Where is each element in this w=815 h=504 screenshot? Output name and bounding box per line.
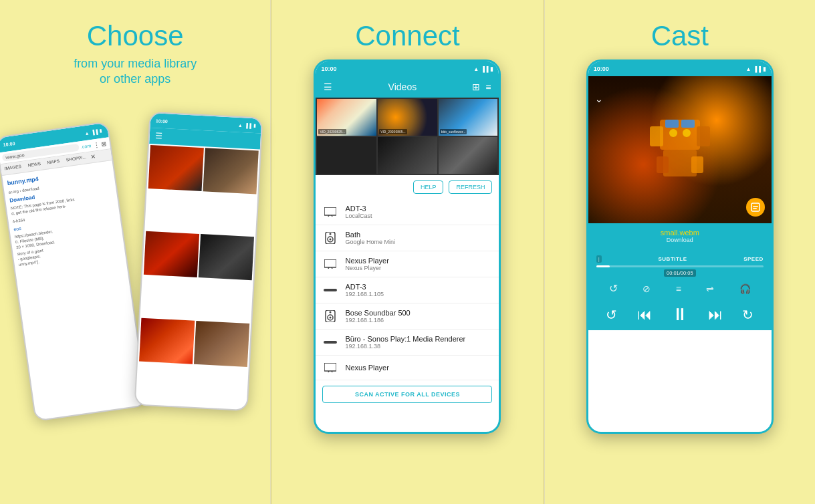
svg-rect-0 — [324, 207, 336, 215]
device-sub-3: Nexus Player — [345, 265, 491, 271]
svg-line-1 — [328, 215, 329, 217]
video-filename-1: VID_20200825... — [318, 129, 346, 134]
svg-point-27 — [669, 129, 677, 137]
subtitle-button[interactable]: SUBTITLE — [658, 256, 687, 262]
cast-info-area: small.webm Download — [588, 223, 772, 251]
device-item-5[interactable]: Bose Soundbar 500 192.168.1.186 — [316, 303, 499, 330]
speed-button[interactable]: SPEED — [743, 256, 764, 262]
choose-subtitle: from your media libraryor other apps — [74, 56, 197, 88]
video-thumb-5[interactable] — [378, 137, 437, 174]
gallery-cell-5 — [139, 318, 195, 364]
device-name-3: Nexus Player — [345, 257, 491, 265]
pause-button[interactable]: ⏸ — [671, 304, 689, 325]
grid-view-icon[interactable]: ⊞ — [472, 82, 480, 92]
device-item-2[interactable]: Bath Google Home Mini — [316, 225, 499, 251]
svg-point-14 — [330, 311, 332, 313]
svg-rect-30 — [753, 206, 758, 207]
browser-phone: 10:00 ▲ ▐▐ ▮ www.goo .com ⋮ ⊠ — [0, 121, 148, 421]
svg-point-13 — [330, 317, 332, 319]
video-thumb-4[interactable] — [317, 137, 376, 174]
device-name-7: Nexus Player — [345, 364, 491, 372]
cast-phone: 10:00 ▲ ▐▐ ▮ — [586, 59, 774, 434]
no-subs-icon[interactable]: ⊘ — [643, 283, 651, 294]
subtitle-control: | — [596, 255, 602, 263]
progress-bar-fill — [596, 265, 610, 267]
svg-point-28 — [683, 129, 691, 137]
prev-track-icon[interactable]: ⏮ — [637, 306, 652, 324]
video-thumb-2[interactable]: VID_20200805... — [378, 99, 437, 136]
robot-image — [640, 106, 720, 193]
video-thumb-3[interactable]: bbb_sunflower... — [439, 99, 498, 136]
video-thumb-6[interactable] — [439, 137, 498, 174]
svg-point-5 — [330, 239, 332, 241]
chevron-down-icon[interactable]: ⌄ — [595, 94, 603, 104]
videos-grid: VID_20200825... VID_20200805... bbb_sunf… — [316, 98, 499, 175]
progress-time: 00:01/00:05 — [596, 269, 764, 277]
refresh-button[interactable]: REFRESH — [449, 180, 492, 194]
next-track-icon[interactable]: ⏭ — [708, 306, 723, 324]
help-button[interactable]: HELP — [413, 180, 444, 194]
choose-phones: 10:00 ▲ ▐▐ ▮ www.goo .com ⋮ ⊠ — [21, 108, 249, 428]
connect-title: Connect — [355, 20, 459, 52]
headphone-icon[interactable]: 🎧 — [739, 283, 751, 294]
connect-phone-wrapper: 10:00 ▲ ▐▐ ▮ ☰ Videos ⊞ ≡ — [285, 59, 529, 434]
cast-filename: small.webm — [596, 229, 764, 237]
device-item-6[interactable]: Büro - Sonos Play:1 Media Renderer 192.1… — [316, 330, 499, 356]
seek-back-30-icon[interactable]: ↺ — [606, 307, 617, 323]
browser-content: bunny.mp4 er.org › download Download NOT… — [2, 160, 126, 274]
videos-title: Videos — [388, 82, 417, 92]
svg-rect-20 — [650, 126, 663, 146]
device-icon-tv-3 — [324, 361, 337, 374]
gallery-cell-6 — [194, 320, 249, 366]
scan-button[interactable]: SCAN ACTIVE FOR ALL DEVICES — [322, 386, 492, 403]
device-sub-6: 192.168.1.38 — [345, 343, 491, 350]
cast-status-bar: 10:00 ▲ ▐▐ ▮ — [588, 61, 772, 76]
gallery-time: 10:00 — [156, 118, 168, 124]
svg-rect-23 — [657, 156, 669, 173]
gallery-cell-2 — [203, 148, 259, 194]
cast-phone-wrapper: 10:00 ▲ ▐▐ ▮ — [558, 59, 802, 434]
cast-progress-area: | SUBTITLE SPEED 00:01/00:05 — [588, 251, 772, 279]
svg-line-9 — [332, 267, 332, 269]
rewind-icon[interactable]: ↺ — [609, 282, 618, 295]
shuffle-icon[interactable]: ⇌ — [706, 283, 714, 294]
svg-line-2 — [332, 215, 332, 217]
connect-hamburger-icon[interactable]: ☰ — [324, 82, 332, 92]
video-filename-2: VID_20200805... — [379, 129, 407, 134]
progress-bar[interactable] — [596, 265, 764, 267]
device-item-7[interactable]: Nexus Player — [316, 356, 499, 380]
svg-line-17 — [328, 371, 329, 372]
svg-point-6 — [330, 233, 332, 235]
hamburger-icon: ☰ — [155, 131, 163, 141]
connect-panel: Connect 10:00 ▲ ▐▐ ▮ ☰ Videos — [271, 0, 543, 504]
video-thumb-1[interactable]: VID_20200825... — [317, 99, 376, 136]
svg-rect-26 — [681, 120, 695, 128]
device-name-1: ADT-3 — [345, 205, 491, 213]
svg-rect-31 — [753, 208, 757, 209]
device-sub-1: LocalCast — [345, 213, 491, 219]
svg-line-18 — [332, 371, 332, 372]
device-sub-2: Google Home Mini — [345, 239, 491, 245]
cast-secondary-controls: ↺ ⊘ ≡ ⇌ 🎧 — [588, 279, 772, 299]
choose-title: Choose — [87, 20, 184, 52]
svg-line-8 — [328, 267, 329, 269]
device-name-6: Büro - Sonos Play:1 Media Renderer — [345, 335, 491, 343]
gallery-grid — [136, 144, 260, 410]
device-item-4[interactable]: ADT-3 192.168.1.105 — [316, 277, 499, 303]
device-list: ADT-3 LocalCast Bath Google Home Mini — [316, 199, 499, 403]
device-item-1[interactable]: ADT-3 LocalCast — [316, 199, 499, 225]
connect-time: 10:00 — [321, 66, 336, 72]
seek-forward-30-icon[interactable]: ↻ — [742, 307, 753, 323]
connect-status-bar: 10:00 ▲ ▐▐ ▮ — [316, 61, 499, 76]
device-icon-tv-2 — [324, 257, 337, 271]
cast-playback-controls: ↺ ⏮ ⏸ ⏭ ↻ — [588, 299, 772, 330]
gallery-cell-4 — [199, 234, 254, 280]
app-container: Choose from your media libraryor other a… — [0, 0, 815, 504]
device-icon-tv-1 — [324, 205, 337, 219]
device-icon-usb-1 — [324, 283, 337, 297]
filter-icon[interactable]: ≡ — [485, 82, 491, 92]
svg-rect-29 — [751, 203, 760, 211]
device-item-3[interactable]: Nexus Player Nexus Player — [316, 251, 499, 277]
playlist-icon[interactable]: ≡ — [676, 283, 681, 294]
svg-rect-21 — [697, 126, 710, 146]
